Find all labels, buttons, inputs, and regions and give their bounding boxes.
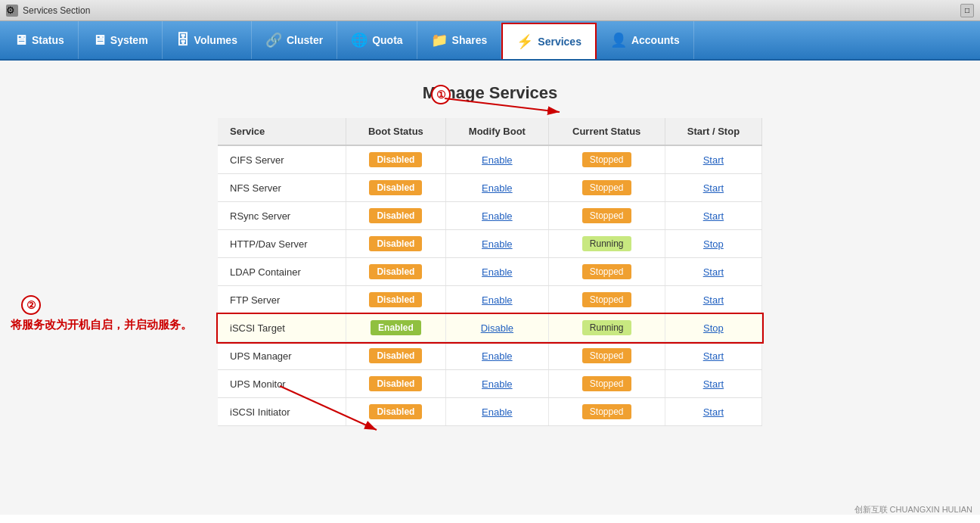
col-header-start-stop: Start / Stop bbox=[665, 118, 761, 145]
col-header-service: Service bbox=[218, 118, 346, 145]
table-row: HTTP/Dav ServerDisabledEnableRunningStop bbox=[218, 230, 762, 258]
page-title: Manage Services bbox=[23, 83, 957, 103]
start-stop-link[interactable]: Stop bbox=[665, 314, 761, 342]
current-status: Stopped bbox=[548, 398, 665, 426]
services-icon: ⚡ bbox=[516, 33, 533, 50]
col-header-current-status: Current Status bbox=[548, 118, 665, 145]
nav-bar: 🖥 Status 🖥 System 🗄 Volumes 🔗 Cluster 🌐 … bbox=[0, 21, 980, 61]
start-stop-link[interactable]: Start bbox=[665, 398, 761, 426]
modify-boot-link[interactable]: Enable bbox=[446, 398, 548, 426]
services-table-container: Service Boot Status Modify Boot Current … bbox=[218, 118, 762, 426]
status-icon: 🖥 bbox=[14, 33, 27, 48]
boot-status: Disabled bbox=[346, 398, 446, 426]
modify-boot-link[interactable]: Enable bbox=[446, 370, 548, 398]
main-content: ① ② 将服务改为开机自启，并启动服务。 Manage Services Ser… bbox=[0, 61, 980, 515]
service-name: iSCSI Target bbox=[218, 314, 346, 342]
annotation-2: ② bbox=[21, 295, 41, 315]
title-bar: ⚙ Services Section □ bbox=[0, 0, 980, 21]
service-name: iSCSI Initiator bbox=[218, 398, 346, 426]
col-header-boot-status: Boot Status bbox=[346, 118, 446, 145]
nav-label-cluster: Cluster bbox=[287, 34, 323, 46]
service-name: CIFS Server bbox=[218, 145, 346, 174]
system-icon: 🖥 bbox=[92, 33, 106, 48]
nav-label-system: System bbox=[110, 34, 148, 46]
boot-status: Disabled bbox=[346, 230, 446, 258]
shares-icon: 📁 bbox=[431, 32, 448, 48]
nav-item-accounts[interactable]: 👤 Accounts bbox=[597, 21, 694, 59]
current-status: Stopped bbox=[548, 342, 665, 370]
service-name: LDAP Container bbox=[218, 258, 346, 286]
current-status: Stopped bbox=[548, 174, 665, 202]
nav-label-accounts: Accounts bbox=[631, 34, 680, 46]
nav-label-quota: Quota bbox=[372, 34, 402, 46]
nav-item-volumes[interactable]: 🗄 Volumes bbox=[163, 21, 252, 59]
service-name: FTP Server bbox=[218, 286, 346, 314]
quota-icon: 🌐 bbox=[351, 32, 368, 48]
modify-boot-link[interactable]: Enable bbox=[446, 258, 548, 286]
col-header-modify-boot: Modify Boot bbox=[446, 118, 548, 145]
watermark: 创新互联 CHUANGXIN HULIAN bbox=[854, 504, 972, 515]
nav-label-status: Status bbox=[32, 34, 64, 46]
modify-boot-link[interactable]: Enable bbox=[446, 145, 548, 174]
boot-status: Disabled bbox=[346, 286, 446, 314]
cluster-icon: 🔗 bbox=[265, 32, 282, 48]
volumes-icon: 🗄 bbox=[176, 33, 190, 48]
table-row: FTP ServerDisabledEnableStoppedStart bbox=[218, 286, 762, 314]
boot-status: Disabled bbox=[346, 145, 446, 174]
nav-item-services[interactable]: ⚡ Services bbox=[501, 23, 597, 59]
start-stop-link[interactable]: Stop bbox=[665, 230, 761, 258]
service-name: UPS Manager bbox=[218, 342, 346, 370]
modify-boot-link[interactable]: Enable bbox=[446, 286, 548, 314]
table-row: iSCSI InitiatorDisabledEnableStoppedStar… bbox=[218, 398, 762, 426]
modify-boot-link[interactable]: Enable bbox=[446, 174, 548, 202]
current-status: Stopped bbox=[548, 286, 665, 314]
table-row: UPS MonitorDisabledEnableStoppedStart bbox=[218, 370, 762, 398]
current-status: Stopped bbox=[548, 258, 665, 286]
modify-boot-link[interactable]: Disable bbox=[446, 314, 548, 342]
current-status: Stopped bbox=[548, 202, 665, 230]
nav-label-volumes: Volumes bbox=[194, 34, 237, 46]
modify-boot-link[interactable]: Enable bbox=[446, 202, 548, 230]
start-stop-link[interactable]: Start bbox=[665, 286, 761, 314]
start-stop-link[interactable]: Start bbox=[665, 342, 761, 370]
boot-status: Disabled bbox=[346, 202, 446, 230]
nav-label-services: Services bbox=[538, 36, 581, 48]
boot-status: Disabled bbox=[346, 174, 446, 202]
table-row: iSCSI TargetEnabledDisableRunningStop bbox=[218, 314, 762, 342]
table-row: CIFS ServerDisabledEnableStoppedStart bbox=[218, 145, 762, 174]
start-stop-link[interactable]: Start bbox=[665, 174, 761, 202]
start-stop-link[interactable]: Start bbox=[665, 145, 761, 174]
start-stop-link[interactable]: Start bbox=[665, 202, 761, 230]
table-row: NFS ServerDisabledEnableStoppedStart bbox=[218, 174, 762, 202]
window-title: Services Section bbox=[23, 5, 956, 16]
annotation-text-2: 将服务改为开机自启，并启动服务。 bbox=[11, 318, 192, 332]
modify-boot-link[interactable]: Enable bbox=[446, 342, 548, 370]
start-stop-link[interactable]: Start bbox=[665, 258, 761, 286]
services-table: Service Boot Status Modify Boot Current … bbox=[218, 118, 762, 426]
boot-status: Enabled bbox=[346, 314, 446, 342]
nav-item-system[interactable]: 🖥 System bbox=[79, 21, 163, 59]
current-status: Stopped bbox=[548, 145, 665, 174]
annotation-1: ① bbox=[431, 85, 451, 104]
current-status: Stopped bbox=[548, 370, 665, 398]
modify-boot-link[interactable]: Enable bbox=[446, 230, 548, 258]
nav-item-shares[interactable]: 📁 Shares bbox=[417, 21, 502, 59]
service-name: HTTP/Dav Server bbox=[218, 230, 346, 258]
app-icon: ⚙ bbox=[6, 5, 18, 17]
nav-item-cluster[interactable]: 🔗 Cluster bbox=[252, 21, 337, 59]
table-row: UPS ManagerDisabledEnableStoppedStart bbox=[218, 342, 762, 370]
accounts-icon: 👤 bbox=[610, 32, 627, 48]
window-close-btn[interactable]: □ bbox=[960, 4, 974, 17]
nav-item-status[interactable]: 🖥 Status bbox=[0, 21, 79, 59]
service-name: UPS Monitor bbox=[218, 370, 346, 398]
current-status: Running bbox=[548, 314, 665, 342]
current-status: Running bbox=[548, 230, 665, 258]
service-name: RSync Server bbox=[218, 202, 346, 230]
service-name: NFS Server bbox=[218, 174, 346, 202]
table-header-row: Service Boot Status Modify Boot Current … bbox=[218, 118, 762, 145]
nav-item-quota[interactable]: 🌐 Quota bbox=[337, 21, 417, 59]
boot-status: Disabled bbox=[346, 370, 446, 398]
start-stop-link[interactable]: Start bbox=[665, 370, 761, 398]
boot-status: Disabled bbox=[346, 258, 446, 286]
nav-label-shares: Shares bbox=[452, 34, 488, 46]
